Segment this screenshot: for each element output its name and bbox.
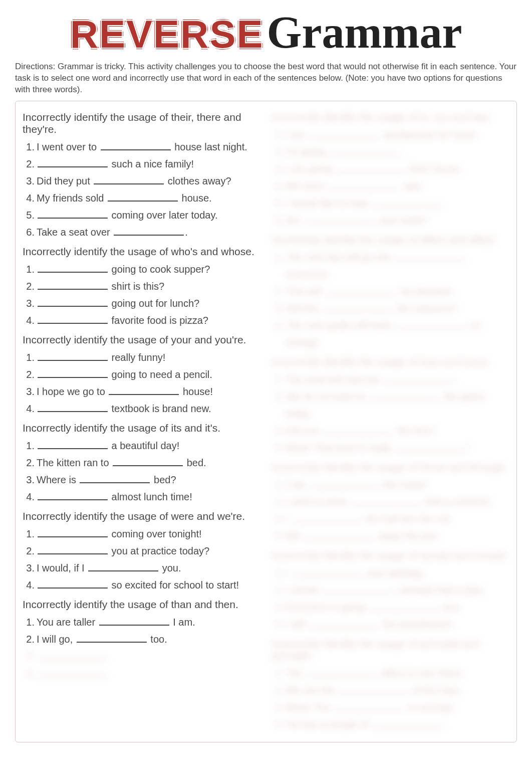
- question-number: 3.: [24, 471, 35, 488]
- answer-blank[interactable]: [38, 281, 108, 290]
- answer-blank[interactable]: [372, 719, 442, 728]
- question-number: 4.: [24, 189, 35, 207]
- answer-blank[interactable]: [395, 252, 465, 261]
- question-number: 1.: [24, 614, 35, 631]
- question-list: 1. a beautiful day!2.The kitten ran to b…: [23, 437, 260, 505]
- answer-blank[interactable]: [38, 491, 108, 500]
- question-number: 4.: [273, 317, 284, 334]
- question-number: 4.: [24, 312, 35, 329]
- question-item: 2. going to need a pencil.: [37, 366, 260, 383]
- answer-blank[interactable]: [323, 425, 393, 434]
- answer-blank[interactable]: [304, 530, 374, 539]
- question-number: 1.: [273, 665, 284, 682]
- question-number: 4.: [24, 488, 35, 505]
- question-item: 1. really funny!: [37, 349, 260, 366]
- answer-blank[interactable]: [38, 403, 108, 412]
- question-item: 1.The seat belt was too .: [286, 371, 509, 388]
- answer-blank[interactable]: [339, 685, 409, 694]
- section-heading: Incorrectly identify the usage of their,…: [23, 111, 260, 135]
- answer-blank[interactable]: [372, 198, 442, 207]
- answer-blank[interactable]: [329, 180, 399, 189]
- answer-blank[interactable]: [307, 668, 377, 677]
- answer-blank[interactable]: [114, 227, 184, 236]
- question-item: 3.I hope we go to house!: [37, 383, 260, 400]
- answer-blank[interactable]: [292, 567, 362, 576]
- question-number: 1.: [273, 476, 284, 493]
- answer-blank[interactable]: [99, 617, 169, 626]
- answer-blank[interactable]: [38, 651, 108, 660]
- question-number: 2.: [24, 278, 35, 295]
- question-number: 2.: [24, 454, 35, 471]
- question-list: 1.You are taller I am.2.I will go, too.3…: [23, 614, 260, 682]
- question-number: 2.: [24, 366, 35, 383]
- section-heading: Incorrectly identify the usage of your a…: [23, 334, 260, 346]
- answer-blank[interactable]: [113, 457, 183, 466]
- answer-blank[interactable]: [38, 545, 108, 554]
- answer-blank[interactable]: [94, 175, 164, 184]
- answer-blank[interactable]: [310, 479, 380, 488]
- answer-blank[interactable]: [323, 303, 393, 312]
- question-item: 4.I will the punishment.: [286, 616, 509, 633]
- question-item: 4.Wow! That post is really !: [286, 439, 509, 456]
- question-item: 1.I your apology.: [286, 564, 509, 581]
- answer-blank[interactable]: [385, 374, 455, 383]
- answer-blank[interactable]: [369, 602, 439, 611]
- answer-blank[interactable]: [309, 129, 379, 138]
- answer-blank[interactable]: [336, 163, 406, 172]
- question-item: 3.I would, if I you.: [37, 559, 260, 576]
- section-heading: Incorrectly identify the usage of lose a…: [272, 356, 509, 368]
- question-number: 3.: [273, 510, 284, 527]
- question-number: 4.: [24, 400, 35, 417]
- answer-blank[interactable]: [88, 562, 158, 571]
- worksheet-header: REVERSE Grammar: [15, 10, 517, 57]
- answer-blank[interactable]: [396, 320, 466, 329]
- question-list: 1.I am sandwiches for lunch.2.I'm going …: [272, 126, 509, 229]
- answer-blank[interactable]: [80, 474, 150, 483]
- question-item: 4.We away the pen.: [286, 527, 509, 544]
- answer-blank[interactable]: [101, 141, 171, 150]
- question-item: 2.The kitten ran to bed.: [37, 454, 260, 471]
- question-item: 2.I went to drive that a moment.: [286, 493, 509, 510]
- question-list: 1. coming over tonight!2. you at practic…: [23, 525, 260, 594]
- section-heading: Incorrectly identify the usage of its an…: [23, 422, 260, 434]
- question-item: 2. you at practice today?: [37, 542, 260, 559]
- answer-blank[interactable]: [38, 298, 108, 307]
- answer-blank[interactable]: [321, 584, 391, 594]
- answer-blank[interactable]: [38, 440, 108, 449]
- question-number: 3.: [24, 559, 35, 576]
- answer-blank[interactable]: [38, 528, 108, 537]
- question-item: 1. coming over tonight!: [37, 525, 260, 542]
- answer-blank[interactable]: [292, 513, 362, 522]
- question-item: 1. going to cook supper?: [37, 261, 260, 278]
- answer-blank[interactable]: [38, 579, 108, 589]
- answer-blank[interactable]: [352, 496, 422, 505]
- answer-blank[interactable]: [38, 668, 108, 677]
- question-item: 5.I would like to help .: [286, 194, 509, 212]
- question-number: 6.: [24, 224, 35, 241]
- answer-blank[interactable]: [38, 264, 108, 273]
- answer-blank[interactable]: [38, 315, 108, 324]
- answer-blank[interactable]: [38, 352, 108, 361]
- question-number: 2.: [273, 283, 284, 300]
- answer-blank[interactable]: [305, 215, 375, 224]
- section-heading: Incorrectly identify the usage of accept…: [272, 549, 509, 561]
- answer-blank[interactable]: [370, 391, 440, 400]
- answer-blank[interactable]: [330, 146, 400, 155]
- answer-blank[interactable]: [77, 634, 147, 643]
- answer-blank[interactable]: [38, 210, 108, 219]
- question-item: 1.I am sandwiches for lunch.: [286, 126, 509, 143]
- answer-blank[interactable]: [395, 442, 465, 451]
- question-item: 3. going out for lunch?: [37, 295, 260, 312]
- answer-blank[interactable]: [309, 619, 379, 628]
- answer-blank[interactable]: [38, 369, 108, 378]
- answer-blank[interactable]: [109, 386, 179, 395]
- answer-blank[interactable]: [38, 158, 108, 167]
- answer-blank[interactable]: [325, 286, 395, 295]
- answer-blank[interactable]: [108, 192, 178, 202]
- question-list: 1.The office is over there.2.We win the …: [272, 665, 509, 733]
- question-item: 2.I would I already had a plan.: [286, 581, 509, 599]
- answer-blank[interactable]: [334, 702, 404, 711]
- question-item: 3.Did they put clothes away?: [37, 172, 260, 189]
- question-item: 3.Where is bed?: [37, 471, 260, 488]
- question-number: 1.: [24, 349, 35, 366]
